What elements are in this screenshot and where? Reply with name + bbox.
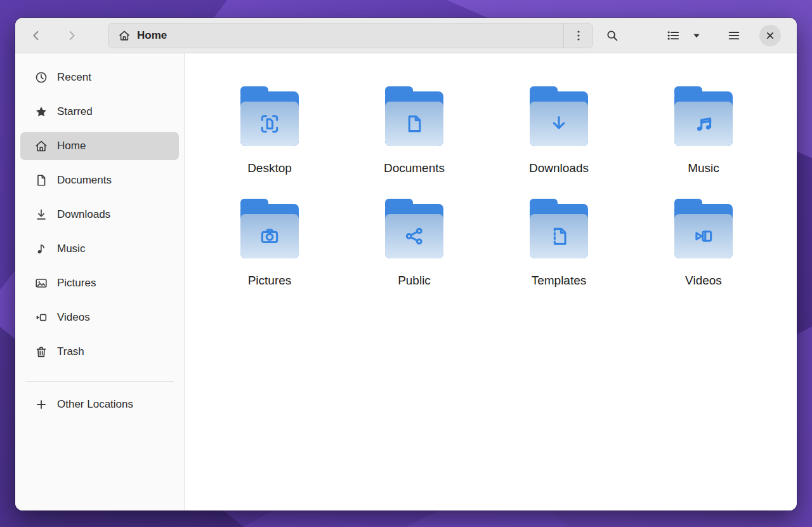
sidebar-item-videos[interactable]: Videos <box>20 304 179 331</box>
folder-item-documents[interactable]: Documents <box>342 83 487 195</box>
file-grid: DesktopDocumentsDownloadsMusicPicturesPu… <box>197 83 797 307</box>
sidebar-item-label: Home <box>57 140 86 152</box>
folder-label: Public <box>398 274 431 288</box>
hamburger-icon <box>727 29 741 43</box>
folder-icon <box>526 83 592 149</box>
search-icon <box>605 29 619 43</box>
picture-icon <box>34 276 48 290</box>
folder-icon <box>237 83 303 149</box>
sidebar-item-label: Documents <box>57 174 112 187</box>
sidebar-item-label: Videos <box>57 311 90 324</box>
folder-item-videos[interactable]: Videos <box>631 195 776 307</box>
back-button[interactable] <box>25 25 47 46</box>
list-view-button[interactable] <box>662 24 684 47</box>
close-icon <box>763 29 777 43</box>
chevron-left-icon <box>29 29 43 43</box>
sidebar-item-home[interactable]: Home <box>20 132 179 160</box>
close-button[interactable] <box>759 25 781 46</box>
folder-label: Music <box>688 161 719 175</box>
star-icon <box>34 105 48 119</box>
sidebar-item-pictures[interactable]: Pictures <box>20 269 179 297</box>
document-icon <box>34 173 48 187</box>
sidebar-footer: Other Locations <box>15 390 184 425</box>
sidebar-item-label: Downloads <box>57 208 110 221</box>
chevron-right-icon <box>65 29 79 43</box>
folder-item-downloads[interactable]: Downloads <box>487 83 631 195</box>
sidebar-item-recent[interactable]: Recent <box>20 63 179 91</box>
folder-item-pictures[interactable]: Pictures <box>197 195 342 307</box>
video-icon <box>34 310 48 324</box>
trash-icon <box>34 345 48 359</box>
content-area: DesktopDocumentsDownloadsMusicPicturesPu… <box>185 53 797 510</box>
download-icon <box>34 208 48 222</box>
folder-icon <box>671 83 737 149</box>
folder-label: Videos <box>685 274 722 288</box>
folder-icon <box>671 195 737 261</box>
search-button[interactable] <box>601 24 624 47</box>
sidebar-item-music[interactable]: Music <box>20 235 179 263</box>
forward-button[interactable] <box>61 25 82 46</box>
folder-label: Pictures <box>248 274 292 288</box>
sidebar-item-label: Trash <box>57 345 84 358</box>
plus-icon <box>34 397 48 411</box>
sidebar-list: RecentStarredHomeDocumentsDownloadsMusic… <box>15 63 184 372</box>
sidebar-item-label: Pictures <box>57 277 96 290</box>
files-window: Home RecentStarredHomeDocumentsDownloads… <box>15 18 797 510</box>
main-menu-button[interactable] <box>723 24 745 47</box>
location-menu-button[interactable] <box>563 23 593 48</box>
folder-item-templates[interactable]: Templates <box>487 195 631 307</box>
window-body: RecentStarredHomeDocumentsDownloadsMusic… <box>15 53 797 510</box>
folder-icon <box>381 83 447 149</box>
sidebar-item-label: Starred <box>57 105 93 118</box>
sidebar-item-other-locations[interactable]: Other Locations <box>20 390 179 418</box>
sidebar-item-trash[interactable]: Trash <box>20 338 179 366</box>
headerbar: Home <box>15 18 797 53</box>
path-location: Home <box>108 29 563 42</box>
folder-label: Templates <box>532 274 587 288</box>
sidebar-item-starred[interactable]: Starred <box>20 98 179 126</box>
home-icon <box>118 29 131 42</box>
caret-down-icon <box>690 29 704 43</box>
sidebar-item-label: Music <box>57 243 85 255</box>
folder-item-desktop[interactable]: Desktop <box>197 83 342 195</box>
folder-label: Documents <box>384 161 445 175</box>
path-bar[interactable]: Home <box>108 23 593 48</box>
folder-item-music[interactable]: Music <box>631 83 776 195</box>
sidebar-item-label: Recent <box>57 71 91 84</box>
clock-icon <box>34 70 48 84</box>
folder-icon <box>237 195 303 261</box>
sidebar-item-label: Other Locations <box>57 398 133 411</box>
home-icon <box>34 139 48 153</box>
sidebar-item-documents[interactable]: Documents <box>20 166 179 194</box>
folder-label: Downloads <box>529 161 589 175</box>
folder-icon <box>526 195 592 261</box>
sidebar: RecentStarredHomeDocumentsDownloadsMusic… <box>15 53 185 510</box>
music-note-icon <box>34 242 48 256</box>
folder-icon <box>381 195 447 261</box>
kebab-icon <box>572 29 586 43</box>
path-label: Home <box>137 29 167 42</box>
folder-item-public[interactable]: Public <box>342 195 487 307</box>
list-view-icon <box>666 29 680 43</box>
view-options-button[interactable] <box>688 24 705 47</box>
sidebar-separator <box>25 381 174 382</box>
folder-label: Desktop <box>247 161 292 175</box>
sidebar-item-downloads[interactable]: Downloads <box>20 201 179 229</box>
